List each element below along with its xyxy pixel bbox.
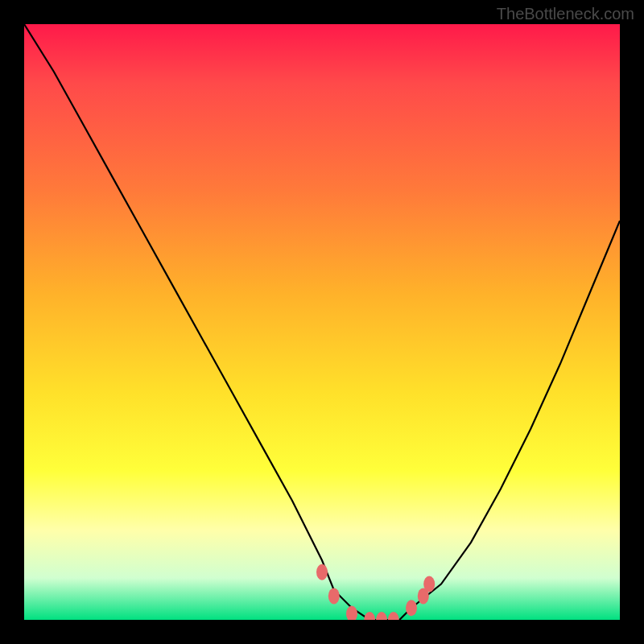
chart-svg [24, 24, 620, 620]
plot-area [24, 24, 620, 620]
chart-frame: TheBottleneck.com [0, 0, 644, 644]
curve-marker [376, 612, 387, 620]
marker-group [316, 564, 435, 620]
curve-marker [423, 576, 435, 592]
curve-marker [388, 612, 399, 620]
curve-marker [406, 600, 417, 616]
curve-marker [316, 564, 328, 580]
curve-marker [328, 588, 340, 604]
bottleneck-curve-line [24, 24, 620, 620]
watermark-text: TheBottleneck.com [497, 5, 634, 23]
curve-marker [364, 612, 375, 620]
curve-marker [346, 606, 357, 620]
